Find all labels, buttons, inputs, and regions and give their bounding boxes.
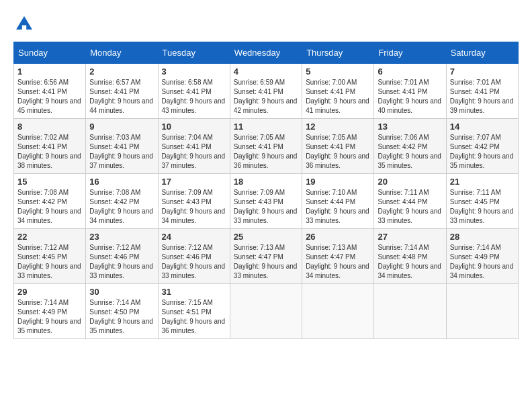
- calendar-table: SundayMondayTuesdayWednesdayThursdayFrid…: [13, 42, 519, 339]
- day-number: 27: [378, 232, 442, 242]
- day-info: Sunrise: 7:01 AM Sunset: 4:41 PM Dayligh…: [450, 78, 515, 116]
- day-number: 23: [89, 232, 154, 242]
- calendar-day-cell: 8 Sunrise: 7:02 AM Sunset: 4:41 PM Dayli…: [14, 119, 86, 174]
- day-info: Sunrise: 7:14 AM Sunset: 4:49 PM Dayligh…: [17, 298, 82, 336]
- day-number: 25: [234, 232, 298, 242]
- day-number: 11: [234, 122, 298, 132]
- day-info: Sunrise: 7:08 AM Sunset: 4:42 PM Dayligh…: [89, 188, 154, 226]
- day-number: 17: [162, 177, 226, 187]
- calendar-day-cell: 30 Sunrise: 7:14 AM Sunset: 4:50 PM Dayl…: [86, 284, 158, 339]
- calendar-day-cell: 26 Sunrise: 7:13 AM Sunset: 4:47 PM Dayl…: [302, 229, 374, 284]
- calendar-day-cell: 1 Sunrise: 6:56 AM Sunset: 4:41 PM Dayli…: [14, 64, 86, 119]
- weekday-header: Wednesday: [230, 42, 302, 64]
- day-number: 16: [89, 177, 154, 187]
- day-number: 14: [450, 122, 515, 132]
- weekday-header: Saturday: [446, 42, 518, 64]
- calendar-day-cell: 10 Sunrise: 7:04 AM Sunset: 4:41 PM Dayl…: [158, 119, 230, 174]
- weekday-header: Friday: [374, 42, 446, 64]
- calendar-day-cell: 27 Sunrise: 7:14 AM Sunset: 4:48 PM Dayl…: [374, 229, 446, 284]
- calendar-day-cell: 15 Sunrise: 7:08 AM Sunset: 4:42 PM Dayl…: [14, 174, 86, 229]
- calendar-header-row: SundayMondayTuesdayWednesdayThursdayFrid…: [14, 42, 519, 64]
- day-info: Sunrise: 7:09 AM Sunset: 4:43 PM Dayligh…: [162, 188, 226, 226]
- calendar-day-cell: 31 Sunrise: 7:15 AM Sunset: 4:51 PM Dayl…: [158, 284, 230, 339]
- calendar-day-cell: 6 Sunrise: 7:01 AM Sunset: 4:41 PM Dayli…: [374, 64, 446, 119]
- day-info: Sunrise: 7:10 AM Sunset: 4:44 PM Dayligh…: [306, 188, 370, 226]
- calendar-day-cell: 28 Sunrise: 7:14 AM Sunset: 4:49 PM Dayl…: [446, 229, 518, 284]
- day-info: Sunrise: 7:07 AM Sunset: 4:42 PM Dayligh…: [450, 133, 515, 171]
- calendar-day-cell: 13 Sunrise: 7:06 AM Sunset: 4:42 PM Dayl…: [374, 119, 446, 174]
- calendar-day-cell: 12 Sunrise: 7:05 AM Sunset: 4:41 PM Dayl…: [302, 119, 374, 174]
- day-number: 22: [17, 232, 82, 242]
- day-info: Sunrise: 6:58 AM Sunset: 4:41 PM Dayligh…: [162, 78, 226, 116]
- calendar-day-cell: 11 Sunrise: 7:05 AM Sunset: 4:41 PM Dayl…: [230, 119, 302, 174]
- day-number: 4: [234, 66, 298, 77]
- day-info: Sunrise: 7:13 AM Sunset: 4:47 PM Dayligh…: [234, 243, 298, 281]
- day-number: 10: [162, 122, 226, 132]
- day-number: 13: [378, 122, 442, 132]
- day-number: 5: [306, 66, 370, 77]
- day-info: Sunrise: 7:05 AM Sunset: 4:41 PM Dayligh…: [306, 133, 370, 171]
- day-info: Sunrise: 7:03 AM Sunset: 4:41 PM Dayligh…: [89, 133, 154, 171]
- calendar-day-cell: 9 Sunrise: 7:03 AM Sunset: 4:41 PM Dayli…: [86, 119, 158, 174]
- day-number: 12: [306, 122, 370, 132]
- calendar-week-row: 1 Sunrise: 6:56 AM Sunset: 4:41 PM Dayli…: [14, 64, 519, 119]
- calendar-day-cell: 17 Sunrise: 7:09 AM Sunset: 4:43 PM Dayl…: [158, 174, 230, 229]
- calendar-day-cell: 2 Sunrise: 6:57 AM Sunset: 4:41 PM Dayli…: [86, 64, 158, 119]
- day-info: Sunrise: 7:14 AM Sunset: 4:48 PM Dayligh…: [378, 243, 442, 281]
- day-number: 1: [17, 66, 82, 77]
- calendar-day-cell: 18 Sunrise: 7:09 AM Sunset: 4:43 PM Dayl…: [230, 174, 302, 229]
- calendar-day-cell: 7 Sunrise: 7:01 AM Sunset: 4:41 PM Dayli…: [446, 64, 518, 119]
- calendar-day-cell: 5 Sunrise: 7:00 AM Sunset: 4:41 PM Dayli…: [302, 64, 374, 119]
- calendar-day-cell: 16 Sunrise: 7:08 AM Sunset: 4:42 PM Dayl…: [86, 174, 158, 229]
- day-info: Sunrise: 6:59 AM Sunset: 4:41 PM Dayligh…: [234, 78, 298, 116]
- day-number: 6: [378, 66, 442, 77]
- day-number: 21: [450, 177, 515, 187]
- calendar-week-row: 22 Sunrise: 7:12 AM Sunset: 4:45 PM Dayl…: [14, 229, 519, 284]
- day-number: 2: [89, 66, 154, 77]
- page-header: [13, 13, 519, 35]
- day-number: 29: [17, 287, 82, 297]
- calendar-day-cell: 22 Sunrise: 7:12 AM Sunset: 4:45 PM Dayl…: [14, 229, 86, 284]
- calendar-week-row: 15 Sunrise: 7:08 AM Sunset: 4:42 PM Dayl…: [14, 174, 519, 229]
- day-info: Sunrise: 7:11 AM Sunset: 4:45 PM Dayligh…: [450, 188, 515, 226]
- calendar-day-cell: 14 Sunrise: 7:07 AM Sunset: 4:42 PM Dayl…: [446, 119, 518, 174]
- day-number: 15: [17, 177, 82, 187]
- day-info: Sunrise: 7:14 AM Sunset: 4:50 PM Dayligh…: [89, 298, 154, 336]
- calendar-day-cell: 25 Sunrise: 7:13 AM Sunset: 4:47 PM Dayl…: [230, 229, 302, 284]
- weekday-header: Monday: [86, 42, 158, 64]
- calendar-day-cell: 21 Sunrise: 7:11 AM Sunset: 4:45 PM Dayl…: [446, 174, 518, 229]
- calendar-day-cell: 29 Sunrise: 7:14 AM Sunset: 4:49 PM Dayl…: [14, 284, 86, 339]
- day-info: Sunrise: 7:09 AM Sunset: 4:43 PM Dayligh…: [234, 188, 298, 226]
- day-info: Sunrise: 7:12 AM Sunset: 4:45 PM Dayligh…: [17, 243, 82, 281]
- day-info: Sunrise: 7:05 AM Sunset: 4:41 PM Dayligh…: [234, 133, 298, 171]
- day-info: Sunrise: 6:57 AM Sunset: 4:41 PM Dayligh…: [89, 78, 154, 116]
- calendar-week-row: 29 Sunrise: 7:14 AM Sunset: 4:49 PM Dayl…: [14, 284, 519, 339]
- calendar-day-cell: 23 Sunrise: 7:12 AM Sunset: 4:46 PM Dayl…: [86, 229, 158, 284]
- day-number: 8: [17, 122, 82, 132]
- day-info: Sunrise: 7:11 AM Sunset: 4:44 PM Dayligh…: [378, 188, 442, 226]
- day-info: Sunrise: 7:06 AM Sunset: 4:42 PM Dayligh…: [378, 133, 442, 171]
- calendar-day-cell: [302, 284, 374, 339]
- calendar-day-cell: 4 Sunrise: 6:59 AM Sunset: 4:41 PM Dayli…: [230, 64, 302, 119]
- day-number: 9: [89, 122, 154, 132]
- day-info: Sunrise: 7:14 AM Sunset: 4:49 PM Dayligh…: [450, 243, 515, 281]
- day-number: 31: [162, 287, 226, 297]
- calendar-day-cell: 24 Sunrise: 7:12 AM Sunset: 4:46 PM Dayl…: [158, 229, 230, 284]
- calendar-day-cell: 20 Sunrise: 7:11 AM Sunset: 4:44 PM Dayl…: [374, 174, 446, 229]
- day-number: 30: [89, 287, 154, 297]
- day-number: 3: [162, 66, 226, 77]
- day-number: 20: [378, 177, 442, 187]
- calendar-day-cell: 3 Sunrise: 6:58 AM Sunset: 4:41 PM Dayli…: [158, 64, 230, 119]
- day-info: Sunrise: 7:01 AM Sunset: 4:41 PM Dayligh…: [378, 78, 442, 116]
- calendar-day-cell: [446, 284, 518, 339]
- day-info: Sunrise: 7:12 AM Sunset: 4:46 PM Dayligh…: [89, 243, 154, 281]
- day-info: Sunrise: 7:02 AM Sunset: 4:41 PM Dayligh…: [17, 133, 82, 171]
- day-number: 18: [234, 177, 298, 187]
- logo-icon: [13, 13, 35, 35]
- day-info: Sunrise: 7:04 AM Sunset: 4:41 PM Dayligh…: [162, 133, 226, 171]
- day-info: Sunrise: 7:12 AM Sunset: 4:46 PM Dayligh…: [162, 243, 226, 281]
- weekday-header: Thursday: [302, 42, 374, 64]
- day-info: Sunrise: 7:00 AM Sunset: 4:41 PM Dayligh…: [306, 78, 370, 116]
- day-number: 28: [450, 232, 515, 242]
- day-number: 26: [306, 232, 370, 242]
